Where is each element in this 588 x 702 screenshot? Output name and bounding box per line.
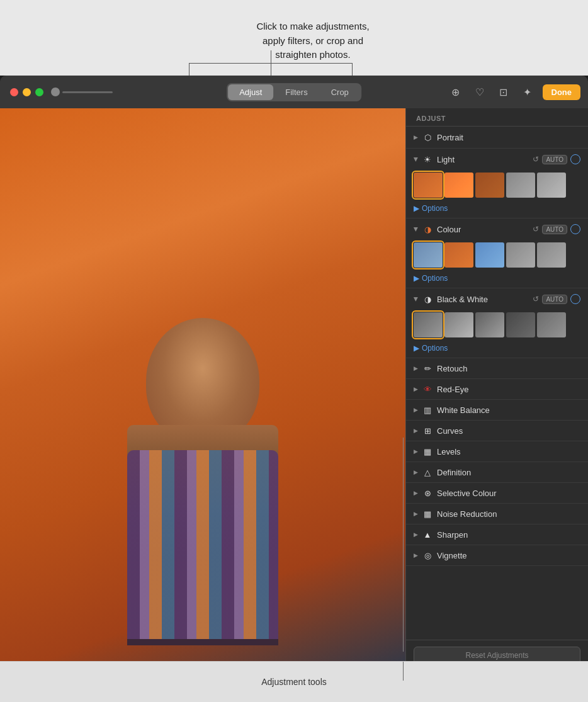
app-window: Adjust Filters Crop ⊕ ♡ ⊡ ✦ Done [0, 76, 588, 702]
curves-label: Curves [437, 426, 463, 436]
tab-group: Adjust Filters Crop [227, 83, 361, 101]
colour-thumb-5[interactable] [537, 242, 566, 268]
brightness-slider[interactable] [51, 88, 113, 96]
bw-thumb-3[interactable] [475, 312, 504, 337]
light-controls: ↺ AUTO [533, 154, 580, 164]
title-bar-right: ⊕ ♡ ⊡ ✦ Done [447, 83, 581, 101]
selective-colour-item[interactable]: ▶ ⊛ Selective Colour [406, 483, 588, 504]
light-thumb-1[interactable] [414, 173, 443, 198]
bw-toggle[interactable] [570, 294, 580, 304]
levels-icon: ▦ [422, 446, 433, 457]
bw-icon: ◑ [422, 293, 433, 305]
bw-chevron: ▶ [413, 297, 419, 302]
red-eye-chevron: ▶ [414, 386, 418, 392]
light-thumb-5[interactable] [537, 173, 566, 198]
levels-item[interactable]: ▶ ▦ Levels [406, 441, 588, 462]
colour-icon: ◑ [422, 224, 433, 235]
noise-reduction-item[interactable]: ▶ ▦ Noise Reduction [406, 504, 588, 524]
colour-thumb-1[interactable] [414, 242, 443, 268]
retouch-icon: ✏ [422, 363, 433, 374]
red-eye-label: Red-Eye [437, 385, 469, 394]
share-icon[interactable]: ⊡ [495, 83, 512, 101]
bw-header[interactable]: ▶ ◑ Black & White ↺ AUTO [406, 288, 588, 310]
minimize-button[interactable] [23, 88, 31, 96]
bottom-annotation-area: Adjustment tools [0, 661, 588, 702]
curves-chevron: ▶ [414, 427, 418, 434]
light-chevron: ▶ [413, 157, 419, 162]
light-toggle[interactable] [570, 154, 580, 164]
light-auto-badge[interactable]: AUTO [542, 155, 567, 164]
definition-label: Definition [437, 468, 471, 477]
colour-options-row: ▶ Options [406, 271, 588, 288]
colour-thumb-4[interactable] [506, 242, 535, 268]
bw-thumb-5[interactable] [537, 312, 566, 337]
bw-thumb-1[interactable] [414, 312, 443, 337]
colour-options-link[interactable]: ▶ Options [414, 274, 580, 283]
title-bar: Adjust Filters Crop ⊕ ♡ ⊡ ✦ Done [0, 76, 588, 108]
colour-thumbnails [406, 240, 588, 271]
levels-label: Levels [437, 447, 461, 456]
light-header[interactable]: ▶ ☀ Light ↺ AUTO [406, 149, 588, 170]
bw-options-label: Options [422, 344, 448, 353]
light-options-row: ▶ Options [406, 201, 588, 218]
vignette-icon: ◎ [422, 550, 433, 561]
colour-header[interactable]: ▶ ◑ Colour ↺ AUTO [406, 218, 588, 240]
light-thumb-2[interactable] [444, 173, 473, 198]
vignette-label: Vignette [437, 551, 466, 560]
light-undo-icon[interactable]: ↺ [533, 155, 539, 164]
colour-thumb-2[interactable] [444, 242, 473, 268]
light-thumb-3[interactable] [475, 173, 504, 198]
close-button[interactable] [10, 88, 18, 96]
colour-auto-badge[interactable]: AUTO [542, 225, 567, 234]
noise-reduction-label: Noise Reduction [437, 509, 497, 519]
red-eye-icon: 👁 [422, 383, 433, 395]
light-thumbnails [406, 170, 588, 201]
retouch-item[interactable]: ▶ ✏ Retouch [406, 358, 588, 379]
bw-controls: ↺ AUTO [533, 294, 580, 304]
definition-item[interactable]: ▶ △ Definition [406, 462, 588, 483]
bottom-annotation-text: Adjustment tools [261, 677, 327, 687]
portrait-icon: ⬡ [422, 132, 433, 143]
light-options-link[interactable]: ▶ Options [414, 204, 580, 213]
bw-thumb-2[interactable] [444, 312, 473, 337]
bw-options-chevron: ▶ [414, 344, 419, 353]
curves-item[interactable]: ▶ ⊞ Curves [406, 421, 588, 441]
heart-icon[interactable]: ♡ [471, 83, 489, 101]
vignette-item[interactable]: ▶ ◎ Vignette [406, 545, 588, 566]
colour-thumb-3[interactable] [475, 242, 504, 268]
more-options-icon[interactable]: ⊕ [447, 83, 465, 101]
white-balance-item[interactable]: ▶ ▥ White Balance [406, 400, 588, 421]
sharpen-item[interactable]: ▶ ▲ Sharpen [406, 524, 588, 545]
bw-section: ▶ ◑ Black & White ↺ AUTO [406, 288, 588, 358]
colour-label: Colour [437, 225, 533, 234]
bw-thumb-4[interactable] [506, 312, 535, 337]
levels-chevron: ▶ [414, 448, 418, 455]
colour-options-label: Options [422, 274, 448, 283]
tab-filters[interactable]: Filters [274, 84, 319, 100]
vignette-chevron: ▶ [414, 552, 418, 558]
done-button[interactable]: Done [543, 84, 581, 100]
light-options-label: Options [422, 204, 448, 213]
slider-track [62, 91, 113, 93]
white-balance-label: White Balance [437, 405, 490, 415]
magic-wand-icon[interactable]: ✦ [519, 83, 536, 101]
light-thumb-4[interactable] [506, 173, 535, 198]
colour-options-chevron: ▶ [414, 274, 419, 283]
tab-crop[interactable]: Crop [320, 84, 360, 100]
bw-auto-badge[interactable]: AUTO [542, 295, 567, 304]
portrait-label: Portrait [437, 133, 580, 142]
bw-options-link[interactable]: ▶ Options [414, 344, 580, 353]
sidebar-scroll[interactable]: ▶ ⬡ Portrait ▶ ☀ Light ↺ AUTO [406, 127, 588, 640]
colour-undo-icon[interactable]: ↺ [533, 225, 539, 234]
sharpen-label: Sharpen [437, 530, 468, 540]
red-eye-item[interactable]: ▶ 👁 Red-Eye [406, 379, 588, 400]
colour-toggle[interactable] [570, 224, 580, 234]
content-area: ADJUST ▶ ⬡ Portrait ▶ ☀ Light [0, 108, 588, 671]
noise-reduction-icon: ▦ [422, 508, 433, 519]
white-balance-chevron: ▶ [414, 407, 418, 413]
portrait-header[interactable]: ▶ ⬡ Portrait [406, 127, 588, 148]
curves-icon: ⊞ [422, 425, 433, 436]
bw-undo-icon[interactable]: ↺ [533, 295, 539, 303]
fullscreen-button[interactable] [35, 88, 43, 96]
tab-adjust[interactable]: Adjust [228, 84, 273, 100]
